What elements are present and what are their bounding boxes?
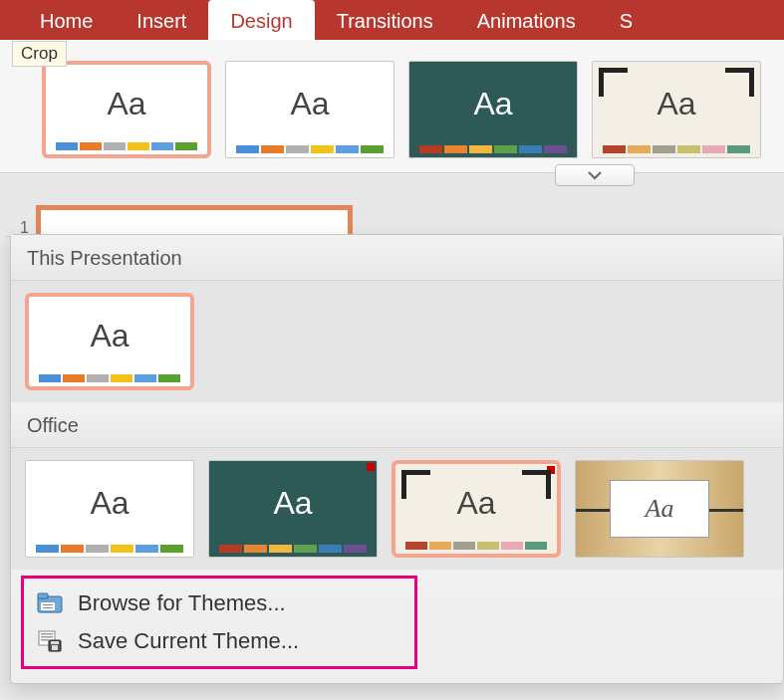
theme-swatches — [26, 545, 193, 557]
theme-preview-text: Aa — [29, 297, 190, 374]
menu-label: Browse for Themes... — [78, 590, 286, 616]
theme-preview-text: Aa — [26, 461, 193, 545]
theme-office-blue[interactable]: Aa — [225, 61, 394, 158]
browse-for-themes-menu[interactable]: Browse for Themes... — [24, 584, 414, 622]
crop-tooltip: Crop — [12, 41, 67, 67]
svg-rect-2 — [41, 602, 55, 610]
theme-marker — [367, 463, 375, 471]
folder-icon — [36, 591, 64, 615]
theme-preview-text: Aa — [46, 65, 207, 142]
theme-preview-text: Aa — [395, 464, 557, 542]
svg-rect-1 — [38, 593, 48, 598]
theme-preview-text: Aa — [610, 480, 709, 538]
theme-office-1[interactable]: Aa — [25, 460, 194, 558]
tab-design[interactable]: Design — [208, 0, 314, 40]
theme-swatches — [409, 145, 577, 157]
theme-swatches — [395, 542, 557, 554]
theme-swatches — [46, 142, 207, 154]
themes-gallery-row: Aa Aa Aa Aa — [0, 40, 784, 173]
theme-gallery-frame[interactable]: Aa — [592, 61, 761, 158]
theme-preview-text: Aa — [209, 461, 377, 545]
svg-rect-6 — [41, 633, 53, 635]
themes-expand-button[interactable] — [555, 164, 635, 186]
section-office-row: Aa Aa Aa Aa — [11, 448, 783, 570]
theme-preview-text: Aa — [409, 62, 577, 145]
theme-swatches — [593, 145, 760, 157]
svg-rect-8 — [41, 639, 49, 641]
themes-dropdown-panel: This Presentation Aa Office Aa Aa Aa Aa — [10, 234, 784, 684]
svg-rect-10 — [52, 645, 58, 650]
theme-swatches — [209, 545, 377, 557]
save-current-theme-menu[interactable]: Save Current Theme... — [24, 622, 414, 660]
section-this-presentation-row: Aa — [11, 281, 783, 402]
theme-current-presentation[interactable]: Aa — [25, 293, 194, 390]
tab-home[interactable]: Home — [18, 0, 115, 40]
save-icon — [36, 629, 64, 653]
theme-swatches — [29, 374, 190, 386]
theme-office-default[interactable]: Aa — [42, 61, 211, 158]
section-this-presentation: This Presentation — [11, 235, 783, 281]
menu-label: Save Current Theme... — [78, 628, 299, 654]
theme-preview-text: Aa — [226, 62, 393, 145]
tab-animations[interactable]: Animations — [455, 0, 598, 40]
svg-rect-3 — [43, 604, 53, 605]
svg-rect-7 — [41, 636, 53, 638]
tab-slideshow-partial[interactable]: S — [598, 0, 654, 40]
theme-office-chalkboard[interactable]: Aa — [208, 460, 378, 558]
theme-office-wood[interactable]: Aa — [575, 460, 744, 558]
slide-thumbnail-panel: 1 — [6, 197, 353, 237]
theme-office-frame[interactable]: Aa — [392, 460, 561, 558]
ribbon-tabs: Home Insert Design Transitions Animation… — [0, 0, 784, 40]
theme-marker — [547, 466, 555, 474]
tab-insert[interactable]: Insert — [115, 0, 208, 40]
theme-menu-actions-highlight: Browse for Themes... Save Current Theme.… — [21, 576, 417, 669]
section-office: Office — [11, 402, 783, 448]
theme-swatches — [226, 145, 393, 157]
svg-rect-11 — [51, 641, 59, 644]
theme-chalkboard[interactable]: Aa — [408, 61, 578, 158]
svg-rect-4 — [43, 607, 53, 608]
chevron-down-icon — [588, 170, 602, 180]
tab-transitions[interactable]: Transitions — [315, 0, 455, 40]
theme-preview-text: Aa — [593, 62, 760, 145]
